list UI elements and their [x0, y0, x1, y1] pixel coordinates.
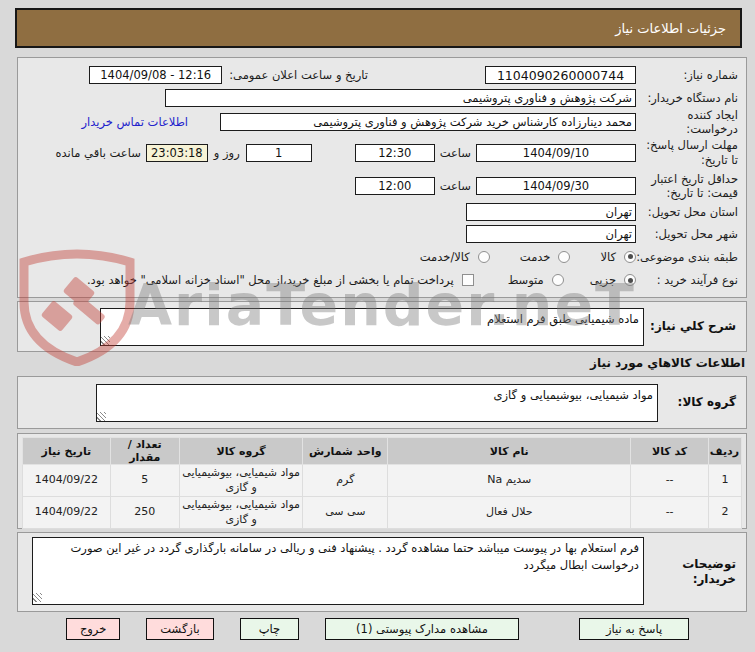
- buyer-notes-label: توضیحات خریدار:: [674, 557, 736, 587]
- remaining-days-field[interactable]: 1: [246, 144, 312, 162]
- col-item-code: کد کالا: [631, 438, 709, 465]
- col-item-name: نام کالا: [388, 438, 631, 465]
- price-validity-label: حداقل تاریخ اعتبار قیمت: تا تاریخ:: [636, 172, 738, 201]
- cell-item-name: سدیم Na: [388, 465, 631, 497]
- buyer-notes-panel: توضیحات خریدار: فرم استعلام بها در پیوست…: [17, 532, 747, 612]
- radio-goods[interactable]: [624, 251, 636, 263]
- request-creator-field[interactable]: محمد دینارزاده کارشناس خرید شرکت پژوهش و…: [220, 113, 636, 131]
- cell-item-code: --: [631, 497, 709, 529]
- need-number-label: شماره نیاز:: [636, 68, 738, 82]
- cell-need-date: 1404/09/22: [23, 465, 111, 497]
- resize-grip-icon[interactable]: [33, 593, 42, 602]
- buyer-org-field[interactable]: شرکت پژوهش و فناوری پتروشیمی: [165, 89, 636, 107]
- need-description-textarea[interactable]: ماده شیمیایی طبق فرم استعلام: [100, 308, 644, 346]
- goods-table-header-row: ردیف کد کالا نام کالا واحد شمارش گروه کا…: [23, 438, 742, 465]
- need-description-label: شرح کلي نياز:: [650, 319, 736, 334]
- cell-row-number: 1: [708, 465, 741, 497]
- radio-service[interactable]: [558, 251, 570, 263]
- validity-date-field[interactable]: 1404/09/30: [476, 177, 636, 195]
- cell-row-number: 2: [708, 497, 741, 529]
- need-number-field[interactable]: 1104090260000744: [485, 66, 636, 84]
- action-buttons: پاسخ به نیاز مشاهده مدارک پیوستی (1) چاپ…: [0, 618, 755, 640]
- row-need-number: شماره نیاز: 1104090260000744 تاریخ و ساع…: [24, 63, 738, 87]
- respond-to-need-button[interactable]: پاسخ به نیاز: [579, 618, 689, 640]
- radio-service-label: خدمت: [520, 250, 551, 264]
- delivery-city-field[interactable]: تهران: [466, 225, 636, 243]
- col-unit: واحد شمارش: [303, 438, 388, 465]
- radio-goods-label: کالا: [600, 250, 616, 264]
- row-delivery-city: شهر محل تحویل: تهران: [24, 223, 738, 245]
- radio-goods-service-label: کالا/خدمت: [420, 250, 470, 264]
- treasury-checkbox[interactable]: [462, 274, 474, 286]
- goods-group-label: گروه کالا:: [678, 395, 736, 410]
- purchase-process-label: نوع فرآیند خرید :: [636, 273, 738, 287]
- request-creator-label: ایجاد کننده درخواست:: [636, 108, 738, 137]
- delivery-city-label: شهر محل تحویل:: [636, 227, 738, 241]
- cell-item-group: مواد شیمیایی، بیوشیمیایی و گازی: [179, 465, 303, 497]
- print-button[interactable]: چاپ: [240, 618, 299, 640]
- row-purchase-process: نوع فرآیند خرید : جزیی متوسط پرداخت تمام…: [24, 268, 738, 293]
- view-attachments-button[interactable]: مشاهده مدارک پیوستی (1): [325, 618, 519, 640]
- validity-hour-field[interactable]: 12:00: [355, 177, 435, 195]
- cell-unit: سی سی: [303, 497, 388, 529]
- buyer-notes-textarea[interactable]: فرم استعلام بها در پیوست میباشد حتما مشا…: [32, 537, 644, 605]
- cell-item-group: مواد شیمیایی، بیوشیمیایی و گازی: [179, 497, 303, 529]
- remaining-time-badge: 23:03:18: [146, 144, 208, 162]
- need-details-page: جزئیات اطلاعات نیاز شماره نیاز: 11040902…: [0, 0, 755, 652]
- delivery-province-field[interactable]: تهران: [466, 203, 636, 221]
- goods-table-panel: ردیف کد کالا نام کالا واحد شمارش گروه کا…: [17, 433, 747, 529]
- cell-need-date: 1404/09/22: [23, 497, 111, 529]
- cell-quantity: 5: [110, 465, 179, 497]
- radio-minor-label: جزیی: [590, 273, 616, 287]
- radio-medium-label: متوسط: [508, 273, 544, 287]
- delivery-province-label: استان محل تحویل:: [636, 205, 738, 219]
- remaining-time-label: ساعت باقي مانده: [56, 146, 141, 160]
- row-response-deadline: مهلت ارسال پاسخ: تا تاریخ: 1404/09/10 سا…: [24, 134, 738, 171]
- row-price-validity: حداقل تاریخ اعتبار قیمت: تا تاریخ: 1404/…: [24, 171, 738, 201]
- radio-minor[interactable]: [624, 274, 636, 286]
- back-button[interactable]: بازگشت: [146, 618, 213, 640]
- validity-hour-label: ساعت: [440, 179, 471, 193]
- row-subject-classification: طبقه بندی موضوعی: کالا خدمت کالا/خدمت: [24, 246, 738, 268]
- table-row: 1 -- سدیم Na گرم مواد شیمیایی، بیوشیمیای…: [23, 465, 742, 497]
- deadline-hour-label: ساعت: [440, 146, 471, 160]
- deadline-date-field[interactable]: 1404/09/10: [476, 144, 636, 162]
- cell-unit: گرم: [303, 465, 388, 497]
- cell-item-code: --: [631, 465, 709, 497]
- radio-medium[interactable]: [552, 274, 564, 286]
- goods-group-panel: گروه کالا: مواد شیمیایی، بیوشیمیایی و گا…: [17, 376, 747, 429]
- exit-button[interactable]: خروج: [66, 618, 120, 640]
- need-info-panel: شماره نیاز: 1104090260000744 تاریخ و ساع…: [17, 57, 747, 298]
- col-quantity: تعداد / مقدار: [110, 438, 179, 465]
- radio-goods-service[interactable]: [478, 251, 490, 263]
- announce-datetime-field[interactable]: 1404/09/08 - 12:16: [89, 66, 222, 84]
- goods-section-header: اطلاعات کالاهاي مورد نياز: [590, 356, 745, 371]
- col-need-date: تاریخ نیاز: [23, 438, 111, 465]
- goods-group-textarea[interactable]: مواد شیمیایی، بیوشیمیایی و گازی: [96, 384, 658, 422]
- buyer-contact-link[interactable]: اطلاعات تماس خریدار: [81, 115, 188, 129]
- col-row-number: ردیف: [708, 438, 741, 465]
- buyer-org-label: نام دستگاه خریدار:: [636, 91, 738, 105]
- remaining-days-label: روز و: [214, 146, 240, 160]
- goods-table: ردیف کد کالا نام کالا واحد شمارش گروه کا…: [22, 437, 742, 529]
- cell-quantity: 250: [110, 497, 179, 529]
- resize-grip-icon[interactable]: [101, 336, 110, 345]
- response-deadline-label: مهلت ارسال پاسخ: تا تاریخ:: [636, 138, 738, 167]
- row-buyer-org: نام دستگاه خریدار: شرکت پژوهش و فناوری پ…: [24, 87, 738, 109]
- deadline-hour-field[interactable]: 12:30: [355, 144, 435, 162]
- resize-grip-icon[interactable]: [97, 412, 106, 421]
- row-request-creator: ایجاد کننده درخواست: محمد دینارزاده کارش…: [24, 109, 738, 134]
- cell-item-name: حلال فعال: [388, 497, 631, 529]
- treasury-checkbox-label: پرداخت تمام یا بخشی از مبلغ خرید،از محل …: [87, 273, 454, 287]
- page-title: جزئیات اطلاعات نیاز: [15, 8, 742, 48]
- announce-datetime-label: تاریخ و ساعت اعلان عمومی:: [229, 68, 368, 82]
- row-delivery-province: استان محل تحویل: تهران: [24, 201, 738, 223]
- col-item-group: گروه کالا: [179, 438, 303, 465]
- need-description-panel: شرح کلي نياز: ماده شیمیایی طبق فرم استعل…: [17, 301, 747, 352]
- table-row: 2 -- حلال فعال سی سی مواد شیمیایی، بیوشی…: [23, 497, 742, 529]
- subject-classification-label: طبقه بندی موضوعی:: [636, 250, 738, 264]
